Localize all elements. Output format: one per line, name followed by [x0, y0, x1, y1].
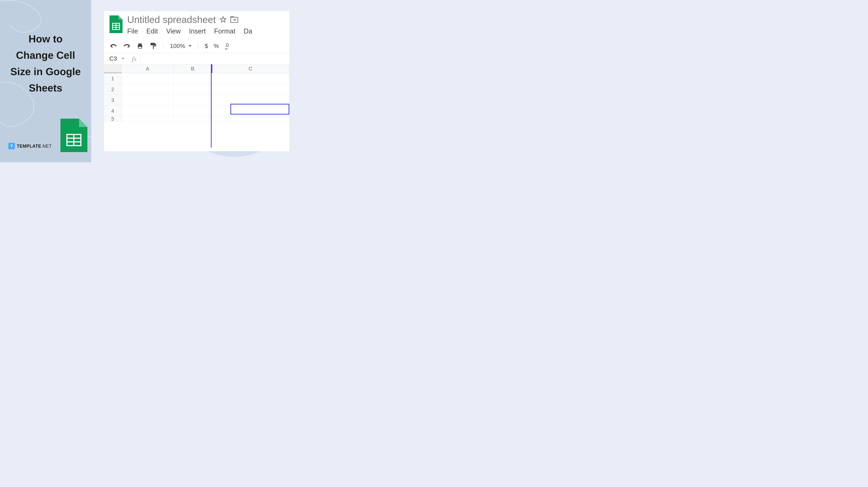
cell[interactable]: [122, 95, 174, 105]
row-header-2[interactable]: 2: [104, 84, 122, 95]
cell[interactable]: [122, 73, 174, 84]
svg-rect-11: [138, 47, 142, 48]
grid-row: 1: [104, 73, 289, 84]
sheets-header: Untitled spreadsheet File Edit View Inse…: [104, 11, 289, 35]
logo-text: TEMPLATE.NET: [17, 144, 52, 149]
column-headers: A B C: [104, 64, 289, 73]
sheets-app-icon[interactable]: [110, 16, 123, 33]
left-panel: How to Change Cell Size in Google Sheets…: [0, 0, 91, 162]
svg-rect-12: [151, 43, 155, 45]
title-row: Untitled spreadsheet: [127, 14, 286, 25]
decrease-decimal-button[interactable]: .0: [224, 42, 229, 50]
menu-insert[interactable]: Insert: [189, 27, 206, 35]
cell[interactable]: [212, 73, 289, 84]
row-header-4[interactable]: 4: [104, 105, 122, 116]
undo-icon[interactable]: [110, 43, 117, 49]
svg-rect-10: [138, 43, 142, 45]
cell[interactable]: [212, 116, 289, 121]
redo-icon[interactable]: [123, 43, 131, 49]
toolbar: 100% $ % .0: [104, 39, 289, 53]
cell[interactable]: [122, 84, 174, 95]
row-header-5[interactable]: 5: [104, 116, 122, 121]
print-icon[interactable]: [136, 42, 144, 50]
menu-file[interactable]: File: [127, 27, 138, 35]
grid-row: 2: [104, 84, 289, 95]
tutorial-title: How to Change Cell Size in Google Sheets: [9, 31, 82, 96]
currency-button[interactable]: $: [205, 42, 208, 50]
spreadsheet-grid: A B C 1 2 3: [104, 64, 289, 122]
cell[interactable]: [174, 105, 212, 116]
cell[interactable]: [122, 105, 174, 116]
cell[interactable]: [122, 116, 174, 121]
logo-icon: T: [8, 143, 15, 149]
paint-format-icon[interactable]: [149, 42, 157, 50]
cell[interactable]: [174, 116, 212, 121]
column-header-c[interactable]: C: [212, 64, 289, 73]
move-folder-icon[interactable]: [230, 16, 238, 23]
column-header-b[interactable]: B: [174, 64, 212, 73]
cell[interactable]: [174, 73, 212, 84]
zoom-selector[interactable]: 100%: [170, 42, 191, 50]
column-resize-line: [211, 73, 212, 148]
menu-data[interactable]: Da: [244, 27, 252, 35]
formula-input[interactable]: [141, 53, 289, 64]
row-header-1[interactable]: 1: [104, 73, 122, 84]
grid-rows: 1 2 3 4: [104, 73, 289, 122]
name-box-dropdown[interactable]: [120, 57, 128, 60]
cell[interactable]: [174, 84, 212, 95]
selected-cell-c3[interactable]: [230, 104, 289, 115]
menu-view[interactable]: View: [166, 27, 181, 35]
grid-row: 5: [104, 116, 289, 122]
fx-label: fx: [128, 55, 141, 63]
name-box[interactable]: C3: [104, 55, 120, 62]
percent-button[interactable]: %: [214, 42, 219, 50]
sheets-window: Untitled spreadsheet File Edit View Inse…: [104, 11, 289, 151]
sheets-icon-large: [60, 119, 87, 152]
cell[interactable]: [174, 95, 212, 105]
template-logo: T TEMPLATE.NET: [8, 143, 52, 149]
row-header-3[interactable]: 3: [104, 95, 122, 105]
chevron-down-icon: [189, 45, 191, 47]
select-all-corner[interactable]: [104, 64, 122, 73]
cell[interactable]: [212, 84, 289, 95]
menu-bar: File Edit View Insert Format Da: [127, 27, 286, 35]
document-title[interactable]: Untitled spreadsheet: [127, 14, 216, 25]
column-resize-handle[interactable]: [211, 64, 212, 73]
header-content: Untitled spreadsheet File Edit View Inse…: [127, 14, 286, 35]
formula-bar: C3 fx: [104, 53, 289, 64]
star-icon[interactable]: [220, 16, 227, 23]
menu-edit[interactable]: Edit: [146, 27, 158, 35]
menu-format[interactable]: Format: [214, 27, 236, 35]
column-header-a[interactable]: A: [122, 64, 174, 73]
